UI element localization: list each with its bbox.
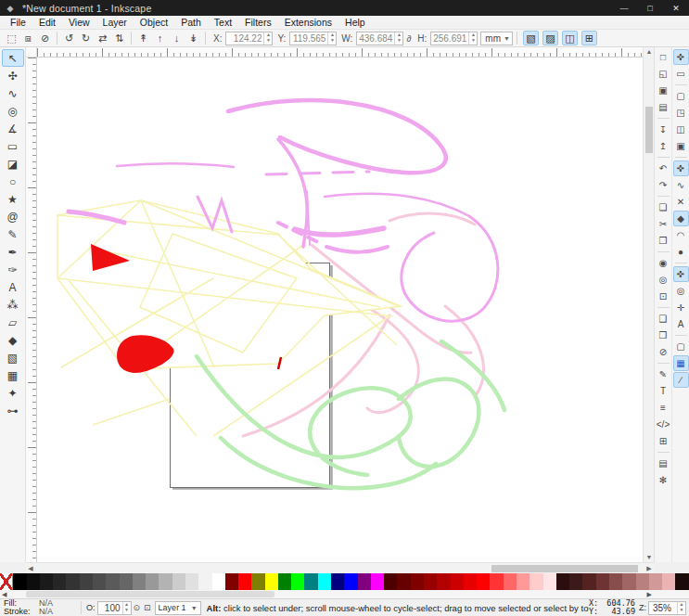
tool-dropper[interactable]: ✦: [2, 384, 24, 402]
vertical-scrollbar[interactable]: ▲ ▼: [643, 47, 654, 562]
move-patterns-toggle[interactable]: ⊞: [581, 31, 597, 45]
tool-spiral[interactable]: @: [2, 208, 24, 225]
palette-swatch-6[interactable]: [80, 573, 93, 590]
layer-visibility-icon[interactable]: ⊙: [134, 603, 141, 612]
palette-swatch-47[interactable]: [622, 573, 635, 590]
palette-swatch-28[interactable]: [371, 573, 384, 590]
snap-bbox-corners-toggle[interactable]: ◳: [673, 105, 689, 121]
palette-swatch-23[interactable]: [304, 573, 317, 590]
palette-swatch-11[interactable]: [146, 573, 159, 590]
palette-swatch-43[interactable]: [569, 573, 582, 590]
snap-grid-toggle[interactable]: ▦: [673, 355, 689, 371]
snap-text-baselines-toggle[interactable]: A: [673, 316, 689, 332]
snap-page-border-toggle[interactable]: ▢: [673, 339, 689, 354]
tool-spray[interactable]: ⁂: [2, 296, 24, 314]
snap-line-midpoints-toggle[interactable]: ●: [673, 244, 689, 260]
lock-ratio-icon[interactable]: ∂: [406, 33, 411, 44]
lower-to-bottom-button[interactable]: ↡: [185, 31, 201, 45]
tool-measure[interactable]: ∡: [2, 120, 24, 137]
tool-ellipse[interactable]: ○: [2, 173, 24, 190]
tool-eraser[interactable]: ▱: [2, 314, 24, 331]
snap-nodes-toggle[interactable]: ✜: [673, 160, 689, 176]
tool-star[interactable]: ★: [2, 190, 24, 208]
create-clone-button[interactable]: ❒: [656, 327, 671, 343]
layer-dropdown[interactable]: Layer 1 ▼: [155, 601, 201, 615]
rotate-ccw-button[interactable]: ↺: [61, 31, 77, 45]
cut-button[interactable]: ✂: [656, 216, 671, 232]
palette-swatch-49[interactable]: [649, 573, 662, 590]
snap-smooth-nodes-toggle[interactable]: ◠: [673, 227, 689, 243]
palette-swatch-2[interactable]: [27, 573, 40, 590]
drawing[interactable]: [37, 58, 643, 562]
close-button[interactable]: ✕: [663, 0, 689, 16]
palette-swatch-25[interactable]: [331, 573, 344, 590]
rotate-cw-button[interactable]: ↻: [78, 31, 94, 45]
snap-enabled-toggle[interactable]: ✜: [673, 49, 689, 65]
palette-swatch-3[interactable]: [40, 573, 53, 590]
palette-swatch-29[interactable]: [384, 573, 397, 590]
palette-swatch-51[interactable]: [675, 573, 688, 590]
palette-swatch-42[interactable]: [556, 573, 569, 590]
lower-button[interactable]: ↓: [169, 31, 185, 45]
palette-swatch-50[interactable]: [662, 573, 675, 590]
select-all-button[interactable]: ⬚: [4, 31, 19, 45]
opacity-field[interactable]: 100 ▲▼: [97, 601, 132, 615]
palette-swatch-8[interactable]: [106, 573, 119, 590]
palette-swatch-none[interactable]: [0, 573, 13, 590]
palette-scrollbar[interactable]: ◀ ▶: [0, 590, 689, 598]
text-dialog-button[interactable]: T: [656, 383, 671, 399]
palette-swatch-44[interactable]: [582, 573, 595, 590]
menu-help[interactable]: Help: [338, 17, 372, 28]
undo-button[interactable]: ↶: [656, 160, 671, 176]
duplicate-button[interactable]: ❑: [656, 311, 671, 327]
layers-dialog-button[interactable]: ≡: [656, 400, 671, 416]
zoom-field[interactable]: 35% ▲▼: [648, 601, 686, 615]
tool-paint-bucket[interactable]: ◆: [2, 331, 24, 349]
fill-stroke-dialog-button[interactable]: ✎: [656, 366, 671, 382]
horizontal-scroll-thumb[interactable]: [491, 565, 638, 572]
palette-swatch-30[interactable]: [397, 573, 410, 590]
palette-swatch-46[interactable]: [609, 573, 622, 590]
palette-swatch-9[interactable]: [120, 573, 133, 590]
vertical-ruler[interactable]: [26, 58, 37, 562]
menu-file[interactable]: File: [4, 17, 32, 28]
tool-rectangle[interactable]: ▭: [2, 137, 24, 155]
palette-swatch-14[interactable]: [185, 573, 198, 590]
snap-paths-toggle[interactable]: ∿: [673, 177, 689, 193]
palette-swatch-5[interactable]: [66, 573, 79, 590]
snap-bbox-edge-midpoints-toggle[interactable]: ◫: [673, 122, 689, 137]
palette-swatch-27[interactable]: [358, 573, 371, 590]
x-field[interactable]: 124.22 ▲▼: [225, 32, 273, 45]
export-button[interactable]: ↥: [656, 138, 671, 154]
menu-filters[interactable]: Filters: [238, 17, 278, 28]
units-dropdown[interactable]: mm▼: [480, 32, 513, 45]
canvas[interactable]: [37, 58, 643, 562]
snap-path-intersections-toggle[interactable]: ✕: [673, 194, 689, 210]
palette-swatch-15[interactable]: [198, 573, 211, 590]
xml-editor-button[interactable]: </>: [656, 417, 671, 432]
vertical-scroll-thumb[interactable]: [645, 107, 653, 153]
palette-swatch-31[interactable]: [411, 573, 424, 590]
tool-mesh-gradient[interactable]: ▦: [2, 366, 24, 384]
snap-bbox-centers-toggle[interactable]: ▣: [673, 138, 689, 154]
snap-guides-toggle[interactable]: ∕: [673, 372, 689, 388]
snap-object-centers-toggle[interactable]: ◎: [673, 283, 689, 299]
h-spinner[interactable]: ▲▼: [468, 32, 477, 45]
horizontal-ruler[interactable]: [37, 47, 643, 58]
document-properties-button[interactable]: ▤: [656, 456, 671, 471]
snap-bounding-box-toggle[interactable]: ▭: [673, 66, 689, 82]
tool-text[interactable]: A: [2, 278, 24, 296]
x-spinner[interactable]: ▲▼: [263, 32, 272, 45]
paste-button[interactable]: ❐: [656, 233, 671, 249]
palette-swatch-32[interactable]: [424, 573, 437, 590]
h-field[interactable]: 256.691 ▲▼: [430, 32, 478, 45]
deselect-button[interactable]: ⊘: [37, 31, 53, 45]
menu-view[interactable]: View: [62, 17, 96, 28]
snap-rotation-centers-toggle[interactable]: ✛: [673, 300, 689, 315]
palette-scroll-right-icon[interactable]: ▶: [647, 590, 652, 598]
tool-selector[interactable]: ↖: [2, 49, 24, 67]
palette-swatch-34[interactable]: [451, 573, 464, 590]
align-distribute-button[interactable]: ⊞: [656, 433, 671, 449]
tool-pencil[interactable]: ✎: [2, 225, 24, 243]
palette-swatch-24[interactable]: [318, 573, 331, 590]
